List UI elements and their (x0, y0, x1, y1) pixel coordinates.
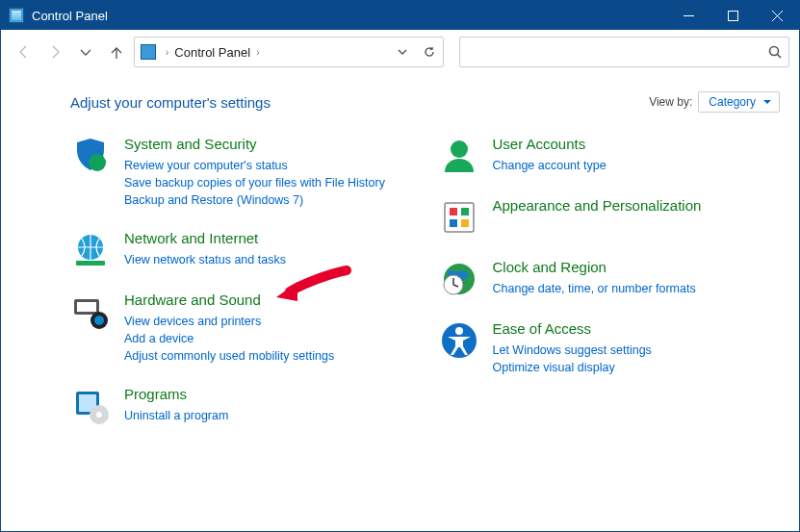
recent-locations-button[interactable] (72, 38, 99, 65)
refresh-button[interactable] (416, 38, 443, 65)
appearance-icon (439, 197, 479, 238)
ease-of-access-icon (439, 320, 479, 361)
address-control-panel-icon (141, 44, 156, 60)
svg-point-18 (451, 140, 468, 158)
svg-rect-20 (450, 208, 457, 215)
maximize-button[interactable] (710, 1, 755, 30)
svg-rect-19 (445, 203, 474, 232)
view-by-dropdown[interactable]: Category (698, 91, 780, 113)
svg-point-13 (94, 316, 104, 325)
link-backup-restore[interactable]: Backup and Restore (Windows 7) (124, 191, 385, 209)
link-uninstall-program[interactable]: Uninstall a program (124, 407, 228, 424)
link-file-history[interactable]: Save backup copies of your files with Fi… (124, 174, 385, 191)
link-optimize-visual-display[interactable]: Optimize visual display (493, 359, 652, 376)
navigation-bar: › Control Panel › (1, 30, 799, 74)
link-windows-suggest-settings[interactable]: Let Windows suggest settings (493, 342, 652, 359)
chevron-right-icon[interactable]: › (252, 47, 263, 58)
search-button[interactable] (761, 38, 788, 65)
svg-rect-1 (728, 11, 737, 20)
search-box[interactable] (459, 37, 789, 67)
system-security-icon (70, 136, 111, 176)
clock-region-icon (439, 259, 479, 299)
svg-rect-22 (450, 219, 457, 227)
network-internet-icon (70, 230, 111, 270)
address-bar[interactable]: › Control Panel › (134, 37, 444, 67)
link-devices-printers[interactable]: View devices and printers (124, 313, 334, 330)
svg-line-6 (778, 55, 782, 59)
link-change-account-type[interactable]: Change account type (493, 157, 606, 174)
svg-point-7 (89, 154, 106, 171)
category-clock-region[interactable]: Clock and Region (493, 259, 696, 277)
window-title: Control Panel (32, 9, 108, 23)
svg-rect-9 (76, 261, 105, 266)
page-title: Adjust your computer's settings (70, 94, 649, 111)
search-input[interactable] (460, 45, 761, 60)
up-button[interactable] (103, 38, 130, 65)
category-appearance-personalization[interactable]: Appearance and Personalization (493, 197, 702, 215)
chevron-right-icon[interactable]: › (162, 47, 172, 58)
category-ease-of-access[interactable]: Ease of Access (493, 320, 652, 339)
category-programs[interactable]: Programs (124, 386, 228, 404)
category-hardware-sound[interactable]: Hardware and Sound (124, 291, 334, 310)
category-network-internet[interactable]: Network and Internet (124, 230, 286, 248)
category-user-accounts[interactable]: User Accounts (493, 136, 606, 154)
close-button[interactable] (755, 1, 799, 30)
svg-rect-11 (77, 302, 96, 312)
link-add-device[interactable]: Add a device (124, 330, 334, 347)
link-network-status[interactable]: View network status and tasks (124, 251, 286, 268)
svg-rect-23 (461, 219, 469, 227)
category-system-security[interactable]: System and Security (124, 136, 385, 154)
svg-point-29 (455, 327, 463, 335)
svg-rect-21 (461, 208, 469, 215)
breadcrumb-control-panel[interactable]: Control Panel (172, 45, 252, 60)
address-dropdown-button[interactable] (389, 38, 416, 65)
svg-point-5 (770, 47, 779, 56)
titlebar: Control Panel (1, 1, 799, 30)
minimize-button[interactable] (666, 1, 710, 30)
link-change-date-time[interactable]: Change date, time, or number formats (493, 280, 696, 297)
content-area: Adjust your computer's settings View by:… (1, 74, 799, 531)
back-button[interactable] (11, 38, 38, 65)
view-by-label: View by: (649, 95, 692, 109)
link-review-status[interactable]: Review your computer's status (124, 157, 385, 174)
forward-button[interactable] (41, 38, 68, 65)
link-mobility-settings[interactable]: Adjust commonly used mobility settings (124, 347, 334, 365)
control-panel-icon (9, 8, 24, 23)
programs-icon (70, 386, 111, 426)
svg-point-17 (96, 412, 102, 418)
user-accounts-icon (439, 136, 479, 176)
hardware-sound-icon (70, 291, 111, 332)
